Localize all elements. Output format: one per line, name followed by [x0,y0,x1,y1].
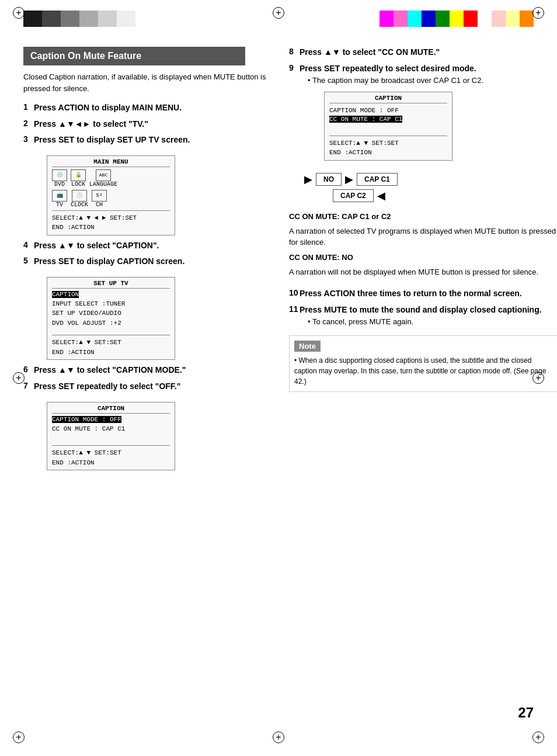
cc-desc-text1: A narration of selected TV programs is d… [289,226,557,248]
setup-tv-footer1: SELECT:▲ ▼ SET:SET [52,338,170,348]
setup-tv-line2: SET UP VIDEO/AUDIO [52,308,170,318]
lock-label: LOCK [71,181,85,188]
cc-desc-text2: A narration will not be displayed when M… [289,266,557,278]
step-4: 4 Press ▲▼ to select "CAPTION". [23,240,274,252]
setup-tv-line3: DVD VOL ADJUST :+2 [52,318,170,328]
reg-mark-bottom-left [13,731,25,743]
caption-menu2-footer2: END :ACTION [329,148,447,158]
reg-mark-top-right [532,7,544,19]
cc-desc-title1: CC ON MUTE: CAP C1 or C2 [289,212,557,221]
caption-menu2-title: CAPTION [329,95,447,103]
main-menu-footer1: SELECT:▲ ▼ ◄ ► SET:SET [52,213,170,223]
reg-mark-left-center [13,372,25,384]
main-menu-box: MAIN MENU 💿 DVD 🔒 LOCK ABC LANGUAGE 📺 [47,155,175,235]
step11-bullet: • To cancel, press MUTE again. [308,317,557,326]
step-1: 1 Press ACTION to display MAIN MENU. [23,102,274,114]
clock-label: CLOCK [71,202,88,208]
setup-tv-title: SET UP TV [52,280,170,289]
step-5: 5 Press SET to display CAPTION screen. [23,256,274,268]
step-2: 2 Press ▲▼◄► to select "TV." [23,119,274,130]
caption-mode-highlight: CAPTION MODE : OFF [52,416,121,423]
caption-menu1-footer2: END :ACTION [52,458,170,468]
note-text: • When a disc supporting closed captions… [294,355,552,387]
cc-row-no: ▶ NO ▶ CAP C1 [301,173,398,186]
caption-menu1-footer1: SELECT:▲ ▼ SET:SET [52,448,170,458]
reg-mark-top-center [273,7,284,19]
color-bar-left [23,11,135,27]
caption-menu2-line1: CAPTION MODE : OFF [329,106,447,116]
cc-descriptions: CC ON MUTE: CAP C1 or C2 A narration of … [289,212,557,278]
right-column: 8 Press ▲▼ to select "CC ON MUTE." 9 Pre… [289,47,557,392]
cc-row-cap2: CAP C2 ◀ [333,189,389,202]
tv-label: TV [56,202,63,208]
separator3 [52,445,170,446]
caption-menu2-footer1: SELECT:▲ ▼ SET:SET [329,138,447,148]
arrow-left: ◀ [377,189,385,202]
separator1 [52,210,170,211]
intro-text: Closed Caption narration, if available, … [23,71,274,94]
cc-desc-title2: CC ON MUTE: NO [289,253,557,262]
note-title: Note [294,341,321,352]
arrow-right2: ▶ [345,173,353,186]
reg-mark-bottom-center [273,731,284,743]
dvd-label: DVD [54,181,65,188]
step-7: 7 Press SET repeatedly to select "OFF." [23,381,274,393]
caption-menu-box2: CAPTION CAPTION MODE : OFF CC ON MUTE : … [324,92,452,161]
reg-mark-top-left [13,7,25,19]
note-box: Note • When a disc supporting closed cap… [289,335,557,392]
step-9: 9 Press SET repeatedly to select desired… [289,63,557,85]
cc-no-box: NO [316,173,342,186]
separator2 [52,335,170,335]
main-menu-footer2: END :ACTION [52,223,170,233]
caption-highlight: CAPTION [52,291,79,298]
main-content: Caption On Mute Feature Closed Caption n… [23,47,534,733]
step-6: 6 Press ▲▼ to select "CAPTION MODE." [23,365,274,376]
step-10: 10 Press ACTION three times to return to… [289,288,557,300]
color-bar-right [380,11,534,27]
ch-label: CH [96,202,103,208]
main-menu-title: MAIN MENU [52,158,170,167]
left-column: Caption On Mute Feature Closed Caption n… [23,47,274,475]
section-title: Caption On Mute Feature [23,47,245,65]
caption-menu-box1: CAPTION CAPTION MODE : OFF CC ON MUTE : … [47,402,175,471]
setup-tv-line1: INPUT SELECT :TUNER [52,299,170,309]
caption-menu1-title: CAPTION [52,405,170,414]
cc-diagram: ▶ NO ▶ CAP C1 CAP C2 ◀ [301,171,557,204]
page-number: 27 [518,705,534,721]
cc-on-mute-highlight: CC ON MUTE : CAP C1 [329,116,402,123]
step-8: 8 Press ▲▼ to select "CC ON MUTE." [289,47,557,58]
reg-mark-bottom-right [532,731,544,743]
step-3: 3 Press SET to display SET UP TV screen. [23,134,274,146]
setup-tv-menu-box: SET UP TV CAPTION INPUT SELECT :TUNER SE… [47,277,175,360]
step9-bullet: • The caption may be broadcast over CAP … [308,76,557,85]
cc-cap-c1-box: CAP C1 [357,173,398,186]
cc-cap-c2-box: CAP C2 [333,189,374,202]
language-label: LANGUAGE [89,181,117,188]
separator4 [329,136,447,136]
setup-tv-footer2: END :ACTION [52,348,170,358]
arrow-right1: ▶ [304,173,312,186]
caption-menu1-line2: CC ON MUTE : CAP C1 [52,424,170,434]
step-11: 11 Press MUTE to mute the sound and disp… [289,304,557,327]
